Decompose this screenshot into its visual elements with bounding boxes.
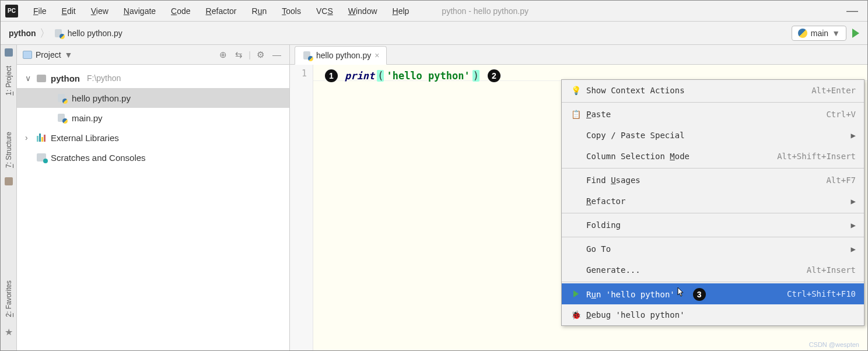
sort-icon[interactable]: ⇆ [233,50,245,60]
callout-1: 1 [325,69,338,82]
cursor-icon [677,287,685,299]
submenu-arrow-icon: ▶ [851,220,856,230]
menu-code[interactable]: Code [165,5,196,17]
scratches-icon [37,153,46,162]
tree-root[interactable]: ∨ python F:\python [17,68,289,88]
editor-tab[interactable]: hello python.py × [295,46,387,65]
window-title-hint: python - hello python.py [442,6,528,16]
menu-file[interactable]: File [27,5,52,17]
menu-navigate[interactable]: Navigate [118,5,162,17]
ctx-find-usages[interactable]: Find Usages Alt+F7 [562,170,864,191]
submenu-arrow-icon: ▶ [851,196,856,206]
root-name: python [51,73,80,83]
ctx-shortcut: Alt+F7 [826,176,856,185]
ctx-shortcut: Ctrl+V [826,110,856,119]
star-icon[interactable]: ★ [5,327,13,338]
caret-down-icon: ▼ [832,29,840,38]
ctx-generate[interactable]: Generate... Alt+Insert [562,259,864,280]
project-toolwindow-icon[interactable] [5,48,13,57]
run-button[interactable] [852,29,859,38]
run-config-dropdown[interactable]: main ▼ [792,26,846,41]
code-token-string: 'hello python' [386,70,470,82]
hide-icon[interactable]: — [270,50,284,59]
expand-icon[interactable]: ∨ [25,73,32,83]
target-icon[interactable]: ⊕ [217,50,229,60]
root-path: F:\python [87,73,121,83]
project-panel-header: Project ▼ ⊕ ⇆ | — [17,45,289,65]
ctx-go-to[interactable]: Go To ▶ [562,238,864,259]
watermark: CSDN @wespten [809,341,859,348]
code-token-fn: print [345,70,374,82]
tree-file[interactable]: main.py [17,108,289,128]
ctx-label: Find Usages [586,176,826,185]
external-libraries-label: External Libraries [51,133,119,143]
tree-external-libraries[interactable]: › External Libraries [17,128,289,148]
menu-help[interactable]: Help [387,5,415,17]
ctx-separator [562,102,864,103]
run-config-name: main [811,29,828,38]
editor-area: hello python.py × 1 1 print('hello pytho… [290,45,867,350]
code-token-paren: ) [473,70,480,82]
ctx-debug-hello-python[interactable]: 🐞 Debug 'hello python' [562,304,864,325]
scratches-label: Scratches and Consoles [51,153,146,163]
minimize-button[interactable]: — [846,4,858,17]
library-icon [37,134,46,142]
editor-gutter: 1 [290,65,313,350]
tab-structure[interactable]: 7: Structure [4,129,14,170]
menu-view[interactable]: View [85,5,114,17]
bug-icon: 🐞 [570,310,582,320]
menu-tools[interactable]: Tools [276,5,307,17]
tree-scratches[interactable]: Scratches and Consoles [17,148,289,167]
ctx-copy-paste-special[interactable]: Copy / Paste Special ▶ [562,125,864,146]
caret-down-icon[interactable]: ▼ [65,50,73,59]
left-tool-rail: 1: Project 7: Structure 2: Favorites ★ [1,45,17,350]
menu-vcs[interactable]: VCS [310,5,339,17]
menu-refactor[interactable]: Refactor [200,5,243,17]
structure-toolwindow-icon[interactable] [5,177,13,185]
app-logo: PC [5,5,18,17]
ctx-shortcut: Alt+Insert [807,265,856,275]
ctx-folding[interactable]: Folding ▶ [562,215,864,236]
submenu-arrow-icon: ▶ [851,244,856,254]
python-file-icon [57,113,67,123]
tab-favorites[interactable]: 2: Favorites [4,278,14,320]
gear-icon[interactable] [254,50,267,60]
project-tree: ∨ python F:\python hello python.py main.… [17,65,289,171]
tab-label: hello python.py [316,51,371,60]
menu-edit[interactable]: Edit [56,5,82,17]
run-arrow-icon [570,290,582,297]
ctx-label: Column Selection Mode [586,152,777,161]
main-area: 1: Project 7: Structure 2: Favorites ★ P… [1,45,867,350]
editor-tabs: hello python.py × [290,45,867,65]
code-area[interactable]: 1 print('hello python') 2 💡 Show Context… [313,65,867,350]
ctx-separator [562,168,864,169]
navigation-toolbar: python 〉 hello python.py main ▼ [1,22,867,45]
ctx-refactor[interactable]: Refactor ▶ [562,191,864,212]
tree-file[interactable]: hello python.py [17,88,289,108]
ctx-label: Go To [586,244,851,254]
code-token-paren: ( [377,70,384,82]
editor-context-menu: 💡 Show Context Actions Alt+Enter 📋 Paste… [561,79,864,326]
menu-run[interactable]: Run [246,5,273,17]
ctx-paste[interactable]: 📋 Paste Ctrl+V [562,104,864,125]
line-number: 1 [290,68,307,79]
callout-3: 3 [693,288,706,301]
ctx-label: Debug 'hello python' [586,310,856,320]
callout-2: 2 [488,69,501,82]
bulb-icon: 💡 [570,86,582,95]
breadcrumb-file[interactable]: hello python.py [68,29,123,38]
ctx-run-hello-python[interactable]: Run 'hello python' 3 Ctrl+Shift+F10 [562,283,864,304]
close-tab-icon[interactable]: × [374,51,379,60]
ctx-label: Generate... [586,265,807,275]
ctx-column-selection-mode[interactable]: Column Selection Mode Alt+Shift+Insert [562,146,864,167]
paste-icon: 📋 [570,110,582,119]
expand-icon[interactable]: › [25,133,32,142]
breadcrumb-root[interactable]: python [9,29,36,38]
menu-window[interactable]: Window [342,5,383,17]
tab-project[interactable]: 1: Project [4,64,14,98]
editor-body[interactable]: 1 1 print('hello python') 2 💡 Show Conte… [290,65,867,350]
ctx-separator [562,237,864,237]
chevron-right-icon: 〉 [40,26,50,40]
ctx-show-context-actions[interactable]: 💡 Show Context Actions Alt+Enter [562,80,864,101]
breadcrumb: python 〉 hello python.py [9,26,123,40]
